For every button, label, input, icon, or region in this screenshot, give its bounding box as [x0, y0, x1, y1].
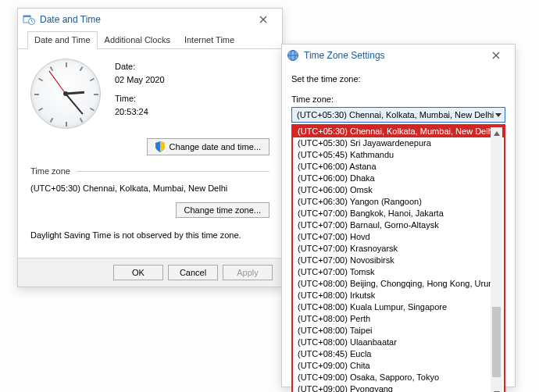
- timezone-option[interactable]: (UTC+05:45) Kathmandu: [293, 149, 504, 161]
- hour-hand: [66, 91, 84, 95]
- timezone-option[interactable]: (UTC+09:00) Osaka, Sapporo, Tokyo: [293, 372, 504, 383]
- second-hand: [48, 71, 66, 94]
- timezone-option[interactable]: (UTC+06:30) Yangon (Rangoon): [293, 196, 504, 208]
- timezone-option[interactable]: (UTC+09:00) Chita: [293, 360, 504, 372]
- timezone-option[interactable]: (UTC+06:00) Omsk: [293, 184, 504, 196]
- timezone-dropdown: (UTC+05:30) Chennai, Kolkata, Mumbai, Ne…: [291, 124, 505, 392]
- timezone-option[interactable]: (UTC+07:00) Krasnoyarsk: [293, 243, 504, 255]
- timezone-option[interactable]: (UTC+08:00) Perth: [293, 313, 504, 325]
- scrollbar[interactable]: [491, 127, 502, 392]
- timezone-option[interactable]: (UTC+05:30) Sri Jayawardenepura: [293, 137, 504, 149]
- date-time-window: Date and Time Date and Time Additional C…: [17, 8, 283, 287]
- svg-rect-1: [23, 16, 30, 17]
- timezone-option[interactable]: (UTC+07:00) Novosibirsk: [293, 255, 504, 266]
- timezone-option[interactable]: (UTC+06:00) Astana: [293, 161, 504, 173]
- window-title: Time Zone Settings: [304, 50, 480, 61]
- timezone-option[interactable]: (UTC+08:45) Eucla: [293, 348, 504, 360]
- date-value: 02 May 2020: [115, 73, 165, 87]
- timezone-option[interactable]: (UTC+08:00) Taipei: [293, 325, 504, 337]
- dialog-footer: OK Cancel Apply: [18, 258, 282, 287]
- scroll-down-icon[interactable]: [491, 387, 502, 392]
- close-button[interactable]: [480, 47, 512, 64]
- tab-internet[interactable]: Internet Time: [177, 31, 241, 49]
- dst-note: Daylight Saving Time is not observed by …: [30, 230, 270, 240]
- timezone-option[interactable]: (UTC+07:00) Tomsk: [293, 266, 504, 278]
- titlebar[interactable]: Date and Time: [18, 9, 282, 30]
- timezone-option-list[interactable]: (UTC+05:30) Chennai, Kolkata, Mumbai, Ne…: [293, 126, 504, 392]
- chevron-down-icon: [495, 113, 502, 117]
- tab-strip: Date and Time Additional Clocks Internet…: [18, 30, 282, 49]
- ok-button[interactable]: OK: [113, 265, 163, 280]
- minute-hand: [65, 93, 83, 114]
- window-title: Date and Time: [40, 14, 248, 25]
- timezone-option[interactable]: (UTC+08:00) Ulaanbaatar: [293, 337, 504, 348]
- timezone-option[interactable]: (UTC+05:30) Chennai, Kolkata, Mumbai, Ne…: [293, 126, 504, 137]
- timezone-option[interactable]: (UTC+08:00) Kuala Lumpur, Singapore: [293, 301, 504, 313]
- close-button[interactable]: [248, 11, 279, 28]
- shield-icon: [155, 141, 165, 152]
- divider: [77, 171, 270, 172]
- globe-icon: [287, 49, 299, 62]
- timezone-option[interactable]: (UTC+07:00) Barnaul, Gorno-Altaysk: [293, 219, 504, 231]
- titlebar[interactable]: Time Zone Settings: [282, 45, 515, 66]
- tab-clocks[interactable]: Additional Clocks: [98, 31, 177, 49]
- timezone-option[interactable]: (UTC+07:00) Hovd: [293, 231, 504, 243]
- apply-button[interactable]: Apply: [223, 265, 273, 280]
- time-label: Time:: [115, 92, 165, 105]
- time-value: 20:53:24: [115, 105, 165, 119]
- timezone-option[interactable]: (UTC+09:00) Pyongyang: [293, 383, 504, 392]
- scroll-thumb[interactable]: [492, 307, 501, 377]
- set-timezone-label: Set the time zone:: [291, 74, 505, 84]
- timezone-combobox[interactable]: (UTC+05:30) Chennai, Kolkata, Mumbai, Ne…: [291, 107, 505, 123]
- date-label: Date:: [115, 60, 165, 73]
- scroll-up-icon[interactable]: [491, 127, 502, 139]
- timezone-settings-window: Time Zone Settings Set the time zone: Ti…: [281, 44, 516, 387]
- timezone-option[interactable]: (UTC+07:00) Bangkok, Hanoi, Jakarta: [293, 208, 504, 219]
- timezone-option[interactable]: (UTC+08:00) Irkutsk: [293, 290, 504, 301]
- change-datetime-button[interactable]: Change date and time...: [147, 138, 270, 155]
- tz-section-label: Time zone: [30, 166, 70, 176]
- cancel-button[interactable]: Cancel: [168, 265, 218, 280]
- timezone-option[interactable]: (UTC+06:00) Dhaka: [293, 173, 504, 184]
- change-timezone-button[interactable]: Change time zone...: [176, 202, 270, 218]
- timezone-option[interactable]: (UTC+08:00) Beijing, Chongqing, Hong Kon…: [293, 278, 504, 290]
- timezone-label: Time zone:: [291, 94, 505, 104]
- analog-clock: [30, 59, 101, 129]
- current-timezone: (UTC+05:30) Chennai, Kolkata, Mumbai, Ne…: [30, 184, 270, 193]
- datetime-icon: [23, 13, 35, 26]
- tab-datetime[interactable]: Date and Time: [27, 31, 98, 49]
